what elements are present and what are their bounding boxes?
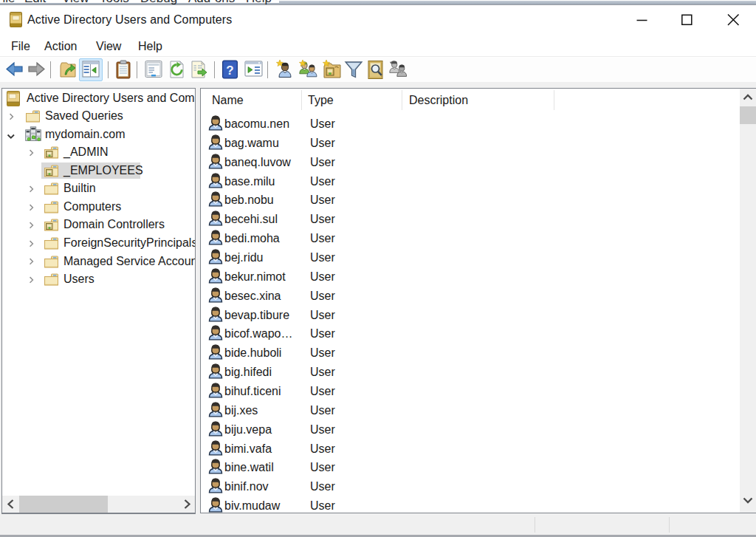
svg-text:?: ?: [226, 64, 233, 78]
